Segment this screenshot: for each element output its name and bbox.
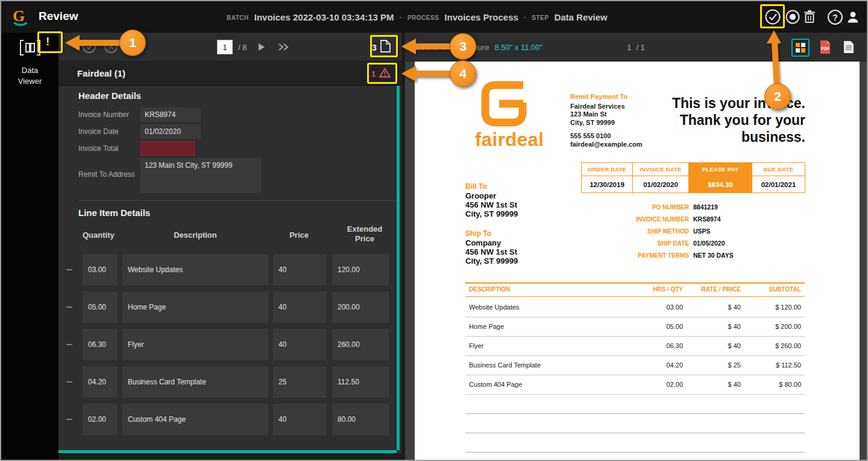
invoice-total-label: Invoice Total — [78, 144, 119, 153]
description-cell[interactable]: Website Updates — [122, 254, 268, 285]
sidebar: Data Viewer ! — [1, 33, 58, 460]
fast-forward-icon[interactable] — [278, 43, 289, 54]
remit-to-address-field[interactable]: 123 Main St City, ST 99999 — [140, 158, 261, 193]
remit-line: City, ST 99999 — [570, 119, 643, 127]
approve-circle-icon[interactable] — [81, 39, 97, 54]
line-item-details-title: Line Item Details — [78, 208, 150, 218]
help-icon[interactable]: ? — [826, 8, 843, 25]
process-value: Invoices Process — [444, 12, 518, 22]
bill-to-label: Bill To — [465, 182, 487, 191]
app-window: G Review BATCH Invoices 2022-03-10 03:34… — [0, 0, 868, 461]
extended-price-cell[interactable]: 200.00 — [332, 291, 389, 323]
reject-circle-icon[interactable] — [103, 39, 119, 54]
description-cell[interactable]: Business Card Template — [122, 366, 268, 398]
remit-email: fairdeal@example.com — [570, 141, 643, 149]
price-cell[interactable]: 40 — [273, 291, 326, 323]
quantity-cell[interactable]: 03.00 — [83, 254, 118, 285]
highlight-box-check — [760, 4, 785, 28]
description-cell[interactable]: Custom 404 Page — [122, 404, 268, 435]
due-date-value: 02/01/2021 — [752, 176, 805, 193]
panel-bottom-strip — [58, 453, 405, 460]
document-group-header[interactable]: Fairdeal (1) 1 — [58, 62, 405, 86]
callout-3: 3 — [450, 33, 476, 60]
fairdeal-wordmark: fairdeal — [475, 129, 544, 151]
grooper-logo-icon: G — [11, 7, 30, 27]
page-total-label: / 8 — [238, 43, 247, 52]
row-drag-handle[interactable] — [66, 419, 72, 420]
quantity-cell[interactable]: 06.30 — [83, 329, 118, 360]
row-drag-handle[interactable] — [66, 381, 72, 383]
play-icon[interactable] — [257, 43, 266, 54]
remit-phone: 555 555 0100 — [570, 132, 643, 141]
document-group-title: Fairdeal (1) — [77, 68, 125, 78]
user-icon[interactable] — [844, 8, 861, 25]
step-label: STEP — [532, 14, 549, 21]
remit-payment-block: Remit Payment To Fairdeal Services 123 M… — [570, 93, 643, 148]
invoice-date-field[interactable]: 01/02/2020 — [140, 124, 201, 139]
line-item-row: 05.00 Home Page 40 200.00 — [58, 291, 396, 323]
ship-method-label: SHIP METHOD — [568, 228, 689, 235]
image-viewer-panel: Zoom: Whole Picture 8.50" x 11.00" 1 / 1… — [405, 33, 867, 460]
stop-icon[interactable] — [784, 8, 801, 25]
column-header-description: Description — [122, 230, 268, 240]
invoice-total-field-error[interactable] — [140, 141, 195, 156]
table-header-border — [465, 296, 805, 297]
price-cell[interactable]: 40 — [273, 254, 326, 285]
invoice-table-row: Home Page 05.00 $ 40 $ 200.00 — [465, 317, 805, 337]
price-cell[interactable]: 40 — [273, 329, 326, 360]
po-number-value: 8841219 — [693, 203, 718, 211]
col-description: DESCRIPTION — [469, 286, 510, 293]
text-view-icon[interactable] — [843, 40, 854, 56]
document-page: fairdeal Remit Payment To Fairdeal Servi… — [415, 62, 860, 461]
breadcrumb: BATCH Invoices 2022-03-10 03:34:13 PM · … — [227, 1, 608, 33]
remit-line: Fairdeal Services — [570, 103, 643, 111]
payment-terms-value: NET 30 DAYS — [693, 252, 734, 259]
separator-dot: · — [524, 13, 526, 22]
description-cell[interactable]: Flyer — [122, 329, 268, 360]
invoice-date-value: 01/02/2020 — [633, 176, 689, 193]
order-date-header: ORDER DATE — [582, 163, 633, 176]
quantity-cell[interactable]: 04.20 — [83, 366, 118, 398]
invoice-summary-table: ORDER DATE INVOICE DATE PLEASE PAY DUE D… — [581, 162, 805, 193]
due-date-header: DUE DATE — [752, 163, 805, 176]
line-item-row: 06.30 Flyer 40 260.00 — [58, 329, 396, 360]
vertical-scrollbar[interactable] — [397, 86, 400, 450]
trash-icon[interactable] — [801, 8, 818, 25]
fairdeal-logo-icon — [477, 77, 530, 133]
description-cell[interactable]: Home Page — [122, 291, 268, 323]
highlight-box-alert — [37, 31, 63, 53]
line-item-row: 03.00 Website Updates 40 120.00 — [58, 254, 396, 285]
invoice-number-value: KRS8974 — [693, 215, 721, 223]
payment-terms-label: PAYMENT TERMS — [568, 252, 689, 259]
row-drag-handle[interactable] — [66, 307, 72, 308]
callout-1: 1 — [119, 30, 146, 56]
batch-label: BATCH — [227, 14, 249, 21]
please-pay-value: $834.30 — [689, 176, 752, 193]
invoice-table-row: Custom 404 Page 02.00 $ 40 $ 80.00 — [465, 375, 805, 395]
invoice-table-row: Business Card Template 04.20 $ 25 $ 112.… — [465, 356, 805, 375]
invoice-number-label: INVOICE NUMBER — [568, 216, 689, 223]
page-number-input[interactable]: 1 — [217, 40, 233, 54]
invoice-table-row: Flyer 06.30 $ 40 $ 260.00 — [465, 337, 805, 356]
pdf-export-icon[interactable]: PDF — [819, 40, 831, 57]
highlight-box-warning — [367, 63, 397, 84]
highlight-box-doc-count — [370, 35, 398, 57]
invoice-number-field[interactable]: KRS8974 — [140, 107, 201, 122]
extended-price-cell[interactable]: 260.00 — [332, 329, 389, 360]
po-number-label: PO NUMBER — [568, 204, 689, 211]
quantity-cell[interactable]: 05.00 — [83, 291, 118, 323]
price-cell[interactable]: 40 — [273, 404, 326, 435]
top-bar: G Review BATCH Invoices 2022-03-10 03:34… — [1, 1, 867, 33]
price-cell[interactable]: 25 — [273, 366, 326, 398]
row-drag-handle[interactable] — [66, 344, 72, 345]
order-date-value: 12/30/2019 — [582, 176, 633, 193]
extended-price-cell[interactable]: 120.00 — [332, 254, 389, 285]
svg-text:?: ? — [832, 12, 838, 22]
quantity-cell[interactable]: 02.00 — [83, 404, 118, 435]
extended-price-cell[interactable]: 80.00 — [332, 404, 389, 435]
line-item-row: 04.20 Business Card Template 25 112.50 — [58, 366, 396, 398]
ship-date-label: SHIP DATE — [568, 240, 689, 247]
extended-price-cell[interactable]: 112.50 — [332, 366, 389, 398]
thumbnails-toggle-button[interactable] — [791, 39, 810, 57]
row-drag-handle[interactable] — [66, 269, 72, 270]
